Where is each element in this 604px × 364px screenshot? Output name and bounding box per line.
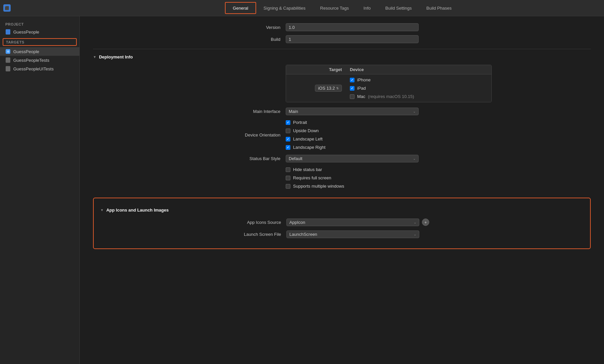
upside-down-label: Upside Down: [293, 128, 319, 133]
supports-multiple-windows-label: Supports multiple windows: [293, 184, 344, 189]
deployment-table-wrapper: Target Device iOS 13.2 ⇅: [93, 65, 591, 102]
ipad-checkbox-row: iPad: [350, 85, 414, 92]
landscape-left-row: Landscape Left: [286, 136, 591, 142]
tab-build-phases[interactable]: Build Phases: [419, 0, 459, 16]
app-icons-source-dropdown-arrow: ⌄: [414, 221, 416, 224]
portrait-checkbox[interactable]: [286, 120, 290, 125]
landscape-left-checkbox[interactable]: [286, 137, 290, 141]
main-interface-dropdown[interactable]: Main ⌄: [286, 108, 419, 115]
iphone-label: iPhone: [357, 77, 370, 82]
ios-version-selector[interactable]: iOS 13.2 ⇅: [315, 85, 342, 92]
tab-build-settings[interactable]: Build Settings: [378, 0, 419, 16]
deployment-title: Deployment Info: [99, 54, 133, 59]
main-interface-value: Main ⌄: [286, 108, 591, 115]
mac-sublabel: (requires macOS 10.15): [368, 94, 414, 99]
device-orientation-value: Portrait Upside Down Landscape Left Land…: [286, 119, 591, 151]
requires-full-screen-checkbox[interactable]: [286, 176, 290, 180]
tab-bar-tabs: General Signing & Capabilities Resource …: [83, 0, 601, 16]
deployment-triangle[interactable]: ▼: [93, 55, 96, 59]
landscape-left-label: Landscape Left: [293, 136, 323, 141]
iphone-checkbox[interactable]: [350, 78, 354, 82]
supports-multiple-windows-row: Supports multiple windows: [286, 183, 591, 190]
supports-multiple-windows-checkbox[interactable]: [286, 184, 290, 189]
tab-signing[interactable]: Signing & Capabilities: [256, 0, 313, 16]
build-input[interactable]: [286, 35, 419, 43]
main-layout: PROJECT GuessPeople TARGETS ⚙ GuessPeopl…: [0, 16, 604, 364]
device-orientation-label: Device Orientation: [93, 133, 286, 137]
sidebar-item-guesspeople-ui-tests[interactable]: GuessPeopleUITests: [0, 64, 79, 73]
app-icons-section-header: ▼ App Icons and Launch Images: [94, 208, 590, 213]
app-icons-source-value: AppIcon ⌄ +: [286, 219, 590, 226]
launch-screen-file-value: LaunchScreen ⌄: [286, 230, 590, 238]
status-bar-style-value: Default ⌄: [286, 155, 591, 162]
sidebar-item-guesspeople-tests[interactable]: GuessPeopleTests: [0, 56, 79, 64]
requires-full-screen-label: Requires full screen: [293, 175, 331, 180]
hide-status-bar-checkbox-row: Hide status bar: [286, 166, 591, 173]
app-icons-title: App Icons and Launch Images: [106, 208, 169, 213]
iphone-checkbox-row: iPhone: [350, 76, 414, 83]
sidebar-item-guesspeople[interactable]: ⚙ GuessPeople: [0, 47, 79, 56]
ios-devices: iPhone iPad Mac (requires macOS 10.15): [346, 74, 491, 102]
launch-screen-file-dropdown[interactable]: LaunchScreen ⌄: [286, 230, 419, 238]
sidebar-item-project[interactable]: GuessPeople: [0, 28, 79, 36]
test-file-icon: [5, 57, 11, 63]
tab-info[interactable]: Info: [356, 0, 378, 16]
device-orientation-row: Device Orientation Portrait Upside Down …: [93, 119, 591, 151]
app-icons-section: ▼ App Icons and Launch Images App Icons …: [93, 198, 591, 249]
project-file-icon: [5, 29, 11, 35]
tab-bar: ⬛ General Signing & Capabilities Resourc…: [0, 0, 604, 16]
mac-checkbox-row: Mac (requires macOS 10.15): [350, 93, 414, 100]
main-interface-row: Main Interface Main ⌄: [93, 107, 591, 116]
landscape-right-checkbox[interactable]: [286, 145, 290, 150]
project-section-label: PROJECT: [0, 20, 79, 28]
upside-down-checkbox[interactable]: [286, 129, 290, 133]
ipad-checkbox[interactable]: [350, 86, 354, 91]
deploy-table-header: Target Device: [286, 65, 491, 74]
launch-screen-file-label: Launch Screen File: [94, 232, 286, 237]
status-bar-style-label: Status Bar Style: [93, 156, 286, 161]
deployment-table: Target Device iOS 13.2 ⇅: [286, 65, 492, 102]
main-interface-label: Main Interface: [93, 109, 286, 114]
build-label: Build: [93, 37, 286, 42]
version-input[interactable]: [286, 23, 419, 31]
status-bar-style-dropdown[interactable]: Default ⌄: [286, 155, 419, 162]
app-icons-source-row: App Icons Source AppIcon ⌄ +: [94, 218, 590, 227]
portrait-row: Portrait: [286, 119, 591, 126]
landscape-right-label: Landscape Right: [293, 145, 326, 150]
app-icons-add-button[interactable]: +: [422, 219, 429, 226]
app-icons-source-dropdown[interactable]: AppIcon ⌄: [286, 219, 419, 226]
tab-general[interactable]: General: [225, 2, 256, 14]
ui-test-file-icon: [5, 66, 11, 71]
build-value: [286, 35, 591, 43]
deployment-section-header: ▼ Deployment Info: [93, 54, 591, 59]
tab-resource-tags[interactable]: Resource Tags: [313, 0, 356, 16]
landscape-right-row: Landscape Right: [286, 144, 591, 151]
portrait-label: Portrait: [293, 120, 307, 125]
main-interface-dropdown-arrow: ⌄: [413, 110, 416, 113]
mac-checkbox[interactable]: [350, 94, 354, 99]
mac-label: Mac: [357, 94, 365, 99]
content-area: Version Build ▼ Deployment Info Target: [80, 16, 604, 364]
device-col-header: Device: [346, 65, 491, 74]
version-row: Version: [93, 23, 591, 32]
hide-status-bar-checkbox[interactable]: [286, 167, 290, 172]
launch-screen-file-dropdown-arrow: ⌄: [414, 232, 416, 236]
launch-screen-file-row: Launch Screen File LaunchScreen ⌄: [94, 230, 590, 238]
build-row: Build: [93, 35, 591, 44]
version-label: Version: [93, 25, 286, 30]
ios-version-row: iOS 13.2 ⇅ iPhone iPad: [286, 74, 491, 102]
version-value: [286, 23, 591, 31]
requires-full-screen-row: Requires full screen: [286, 174, 591, 181]
hide-status-bar-row: Hide status bar Requires full screen Sup…: [93, 166, 591, 190]
upside-down-row: Upside Down: [286, 127, 591, 134]
xcode-icon: ⬛: [3, 4, 11, 12]
ipad-label: iPad: [357, 86, 366, 91]
divider-1: [93, 49, 591, 49]
status-bar-style-dropdown-arrow: ⌄: [413, 157, 416, 160]
tab-bar-left: ⬛: [3, 4, 83, 12]
app-icons-triangle[interactable]: ▼: [100, 208, 104, 212]
targets-header: TARGETS: [3, 38, 77, 46]
target-col-header: Target: [286, 65, 346, 74]
app-icons-source-label: App Icons Source: [94, 220, 286, 225]
sidebar: PROJECT GuessPeople TARGETS ⚙ GuessPeopl…: [0, 16, 80, 364]
